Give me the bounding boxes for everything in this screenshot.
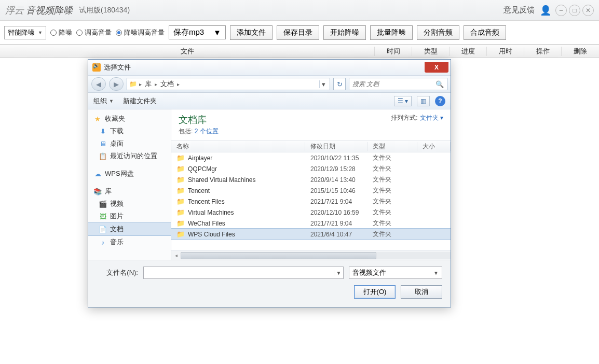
preview-pane-button[interactable]: ▥: [417, 96, 430, 106]
file-name: WeChat Files: [188, 220, 225, 227]
file-name: Airplayer: [188, 155, 212, 162]
file-row[interactable]: 📁Airplayer2020/10/22 11:35文件夹: [171, 152, 451, 163]
file-type: 文件夹: [367, 153, 417, 162]
th-time: 时间: [375, 47, 412, 56]
sidebar-recent[interactable]: 📋最近访问的位置: [88, 150, 171, 162]
breadcrumb-lib[interactable]: 库: [143, 79, 154, 89]
folder-icon: 📁: [176, 176, 185, 184]
app-name: 音视频降噪: [26, 4, 73, 17]
file-type: 文件夹: [367, 197, 417, 206]
chevron-down-icon: ▼: [433, 270, 439, 276]
col-size[interactable]: 大小: [417, 142, 451, 151]
sort-label: 排列方式:: [391, 114, 417, 122]
file-date: 2020/12/9 15:28: [305, 165, 367, 173]
organize-menu[interactable]: 组织▼: [93, 96, 114, 106]
file-row[interactable]: 📁QQPCMgr2020/12/9 15:28文件夹: [171, 163, 451, 174]
library-locations-link[interactable]: 2 个位置: [195, 128, 219, 135]
file-date: 2020/10/22 11:35: [305, 155, 367, 162]
open-button[interactable]: 打开(O): [354, 285, 396, 299]
save-format-dropdown[interactable]: 保存mp3 ▼: [169, 25, 226, 39]
start-denoise-button[interactable]: 开始降噪: [323, 25, 366, 40]
radio-denoise[interactable]: 降噪: [50, 28, 72, 37]
file-type: 文件夹: [367, 208, 417, 217]
folder-icon: 📁: [129, 80, 137, 88]
sort-value-dropdown[interactable]: 文件夹 ▾: [420, 114, 443, 122]
chevron-right-icon: ▸: [139, 81, 142, 87]
sidebar-desktop[interactable]: 🖥桌面: [88, 137, 171, 150]
view-mode-button[interactable]: ☰ ▾: [394, 96, 412, 106]
sidebar-library[interactable]: 📚库: [88, 185, 171, 198]
sidebar-pictures[interactable]: 🖼图片: [88, 210, 171, 222]
merge-audio-button[interactable]: 合成音频: [464, 25, 506, 40]
search-box[interactable]: 🔍: [349, 78, 447, 90]
file-row[interactable]: 📁WeChat Files2021/7/21 9:04文件夹: [171, 218, 451, 229]
file-name: WPS Cloud Files: [188, 231, 235, 238]
file-row[interactable]: 📁Virtual Machines2020/12/10 16:59文件夹: [171, 207, 451, 218]
filename-input[interactable]: ▼: [143, 267, 344, 279]
file-type: 文件夹: [367, 175, 417, 184]
sidebar-video[interactable]: 🎬视频: [88, 198, 171, 210]
sidebar-documents[interactable]: 📄文档: [88, 222, 171, 236]
close-icon[interactable]: ✕: [582, 5, 594, 16]
sidebar-favorites[interactable]: ★收藏夹: [88, 113, 171, 125]
breadcrumb-doc[interactable]: 文档: [158, 79, 176, 89]
breadcrumb-dropdown[interactable]: ▾: [319, 80, 328, 88]
sidebar-wps[interactable]: ☁WPS网盘: [88, 167, 171, 180]
search-icon[interactable]: 🔍: [435, 80, 444, 88]
split-audio-button[interactable]: 分割音频: [417, 25, 459, 40]
scroll-left-icon[interactable]: ◂: [171, 251, 181, 260]
dialog-close-button[interactable]: X: [425, 62, 448, 73]
radio-denoise-volume[interactable]: 降噪调高音量: [116, 28, 165, 37]
col-type[interactable]: 类型: [367, 142, 417, 151]
dialog-sidebar: ★收藏夹 ⬇下载 🖥桌面 📋最近访问的位置 ☁WPS网盘 📚库 🎬视频 🖼图片 …: [88, 109, 171, 260]
refresh-button[interactable]: ↻: [333, 78, 346, 90]
nav-back-button[interactable]: ◀: [91, 77, 106, 91]
sidebar-downloads[interactable]: ⬇下载: [88, 125, 171, 137]
file-row[interactable]: 📁Tencent2015/1/15 10:46文件夹: [171, 185, 451, 196]
breadcrumb[interactable]: 📁 ▸ 库 ▸ 文档 ▸ ▾: [127, 78, 330, 90]
file-row[interactable]: 📁WPS Cloud Files2021/6/4 10:47文件夹: [171, 229, 451, 240]
folder-icon: 📁: [176, 198, 185, 205]
chevron-down-icon[interactable]: ▼: [334, 270, 343, 276]
horizontal-scrollbar[interactable]: ◂: [171, 250, 451, 260]
folder-icon: 📁: [176, 187, 185, 194]
file-date: 2021/7/21 9:04: [305, 198, 367, 205]
th-progress: 进度: [450, 47, 487, 56]
radio-volume-up[interactable]: 调高音量: [76, 28, 112, 37]
mode-dropdown[interactable]: 智能降噪 ▼: [4, 26, 46, 39]
batch-denoise-button[interactable]: 批量降噪: [370, 25, 413, 40]
minimize-icon[interactable]: –: [555, 5, 567, 16]
library-sub-prefix: 包括:: [179, 128, 195, 135]
col-date[interactable]: 修改日期: [305, 142, 367, 151]
file-row[interactable]: 📁Tencent Files2021/7/21 9:04文件夹: [171, 196, 451, 207]
dialog-nav: ◀ ▶ 📁 ▸ 库 ▸ 文档 ▸ ▾ ↻ 🔍: [88, 75, 451, 93]
new-folder-button[interactable]: 新建文件夹: [123, 96, 157, 106]
col-name[interactable]: 名称: [171, 142, 305, 151]
file-type: 文件夹: [367, 164, 417, 173]
search-input[interactable]: [352, 80, 435, 88]
file-filter-dropdown[interactable]: 音视频文件▼: [349, 267, 442, 279]
th-file: 文件: [0, 47, 375, 56]
file-list: 📁Airplayer2020/10/22 11:35文件夹📁QQPCMgr202…: [171, 152, 451, 250]
nav-forward-button[interactable]: ▶: [109, 77, 124, 91]
th-type: 类型: [412, 47, 450, 56]
save-dir-button[interactable]: 保存目录: [277, 25, 319, 40]
user-icon[interactable]: 👤: [540, 5, 551, 16]
mode-dropdown-label: 智能降噪: [8, 28, 35, 37]
file-type: 文件夹: [367, 186, 417, 195]
sidebar-music[interactable]: ♪音乐: [88, 236, 171, 248]
file-name: QQPCMgr: [188, 165, 217, 173]
maximize-icon[interactable]: □: [569, 5, 580, 16]
add-file-button[interactable]: 添加文件: [230, 25, 273, 40]
scroll-thumb[interactable]: [181, 252, 376, 259]
file-open-dialog: 选择文件 X ◀ ▶ 📁 ▸ 库 ▸ 文档 ▸ ▾ ↻ 🔍 组织▼ 新建文件夹 …: [88, 59, 451, 307]
file-type: 文件夹: [367, 219, 417, 228]
feedback-link[interactable]: 意见反馈: [503, 5, 535, 15]
file-columns-header: 名称 修改日期 类型 大小: [171, 140, 451, 152]
trial-label: 试用版(180434): [79, 6, 130, 15]
help-icon[interactable]: ?: [435, 96, 445, 106]
file-date: 2020/12/10 16:59: [305, 209, 367, 216]
file-name: Shared Virtual Machines: [188, 176, 256, 184]
cancel-button[interactable]: 取消: [401, 285, 442, 299]
file-row[interactable]: 📁Shared Virtual Machines2020/9/14 13:40文…: [171, 174, 451, 185]
